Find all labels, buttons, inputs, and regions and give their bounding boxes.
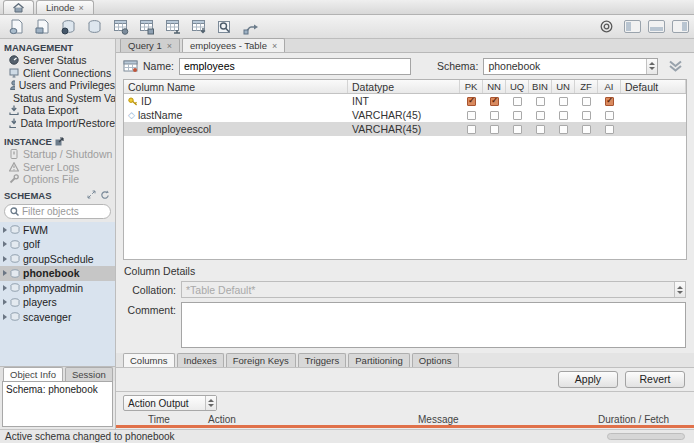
schema-item-phpmyadmin[interactable]: phpmyadmin [0,281,115,296]
connection-tab[interactable]: Linode × [36,0,94,14]
schema-filter-input[interactable] [22,206,100,217]
zf-checkbox[interactable] [582,97,591,106]
stepper-icon[interactable] [205,396,216,410]
comment-textarea[interactable] [181,302,686,348]
alter-table-button[interactable] [135,17,157,37]
expand-arrow-icon[interactable] [3,299,7,305]
sidebar-item-data-import[interactable]: Data Import/Restore [0,117,115,130]
schema-filter[interactable] [4,204,111,219]
sidebar-item-server-logs[interactable]: Server Logs [0,161,115,174]
sidebar-item-status-system-variables[interactable]: Status and System Variables [0,92,115,105]
header-un[interactable]: UN [552,80,575,93]
tab-options[interactable]: Options [412,353,459,367]
toggle-bottom-panel-button[interactable] [648,20,665,33]
stepper-icon[interactable] [646,59,657,74]
header-nn[interactable]: NN [483,80,506,93]
header-action[interactable]: Action [208,414,418,425]
pk-checkbox[interactable] [467,111,476,120]
close-icon[interactable]: × [79,3,84,13]
nn-checkbox[interactable] [490,125,499,134]
header-time[interactable]: Time [148,414,208,425]
expand-panel-icon[interactable] [87,190,96,199]
tab-indexes[interactable]: Indexes [177,353,224,367]
sidebar-item-client-connections[interactable]: Client Connections [0,67,115,80]
tab-foreign-keys[interactable]: Foreign Keys [226,353,296,367]
tab-query-1[interactable]: Query 1 × [120,38,180,52]
apply-button[interactable]: Apply [558,371,618,388]
create-table-button[interactable] [109,17,131,37]
header-duration-fetch[interactable]: Duration / Fetch [598,414,694,425]
header-ai[interactable]: AI [598,80,621,93]
zf-checkbox[interactable] [582,111,591,120]
expand-arrow-icon[interactable] [3,256,7,262]
toggle-right-sidebar-button[interactable] [672,20,689,33]
table-name-input[interactable] [179,58,411,75]
bin-checkbox[interactable] [536,111,545,120]
tab-partitioning[interactable]: Partitioning [348,353,410,367]
revert-button[interactable]: Revert [625,371,685,388]
schema-item-phonebook[interactable]: phonebook [0,266,115,281]
header-column-name[interactable]: Column Name [124,80,348,93]
toggle-left-sidebar-button[interactable] [624,20,641,33]
header-uq[interactable]: UQ [506,80,529,93]
expand-arrow-icon[interactable] [3,270,7,276]
collapse-editor-button[interactable] [663,57,687,75]
sidebar-item-options-file[interactable]: Options File [0,173,115,186]
collation-select[interactable]: *Table Default* [181,281,686,298]
un-checkbox[interactable] [559,125,568,134]
create-schema-button[interactable] [57,17,79,37]
close-icon[interactable]: × [167,41,172,51]
bin-checkbox[interactable] [536,125,545,134]
ai-checkbox[interactable] [605,97,614,106]
table-data-export-button[interactable] [187,17,209,37]
table-maintenance-button[interactable] [161,17,183,37]
status-indicator-button[interactable] [595,17,617,37]
zf-checkbox[interactable] [582,125,591,134]
search-data-button[interactable] [213,17,235,37]
uq-checkbox[interactable] [513,97,522,106]
header-datatype[interactable]: Datatype [348,80,460,93]
expand-arrow-icon[interactable] [3,227,7,233]
ai-checkbox[interactable] [605,111,614,120]
column-row-id[interactable]: ID INT [124,94,686,108]
bin-checkbox[interactable] [536,97,545,106]
action-output-select[interactable]: Action Output [123,395,217,411]
home-tab[interactable] [3,0,34,14]
expand-arrow-icon[interactable] [3,241,7,247]
sidebar-item-startup-shutdown[interactable]: Startup / Shutdown [0,148,115,161]
pk-checkbox[interactable] [467,97,476,106]
reconnect-dbms-button[interactable] [239,17,261,37]
sidebar-item-users-privileges[interactable]: Users and Privileges [0,79,115,92]
expand-arrow-icon[interactable] [3,285,7,291]
tab-object-info[interactable]: Object Info [3,367,63,381]
grid-empty-area[interactable] [124,136,686,259]
header-pk[interactable]: PK [460,80,483,93]
expand-arrow-icon[interactable] [3,314,7,320]
header-zf[interactable]: ZF [575,80,598,93]
pk-checkbox[interactable] [467,125,476,134]
un-checkbox[interactable] [559,111,568,120]
schema-item-fwm[interactable]: FWM [0,223,115,238]
tab-columns[interactable]: Columns [123,353,175,367]
schema-item-players[interactable]: players [0,295,115,310]
schema-select[interactable]: phonebook [483,58,658,75]
column-row-employeescol[interactable]: employeescol VARCHAR(45) [124,122,686,136]
nn-checkbox[interactable] [490,111,499,120]
schema-item-golf[interactable]: golf [0,237,115,252]
un-checkbox[interactable] [559,97,568,106]
new-query-tab-button[interactable] [5,17,27,37]
uq-checkbox[interactable] [513,125,522,134]
column-row-lastname[interactable]: ◇ lastName VARCHAR(45) [124,108,686,122]
schema-item-groupschedule[interactable]: groupSchedule [0,252,115,267]
uq-checkbox[interactable] [513,111,522,120]
close-icon[interactable]: × [272,41,277,51]
nn-checkbox[interactable] [490,97,499,106]
tab-triggers[interactable]: Triggers [298,353,347,367]
open-sql-script-button[interactable] [31,17,53,37]
tab-employees-table[interactable]: employees - Table × [182,38,285,52]
ai-checkbox[interactable] [605,125,614,134]
sidebar-item-data-export[interactable]: Data Export [0,104,115,117]
tab-session[interactable]: Session [65,367,113,381]
header-default[interactable]: Default [621,80,686,93]
header-message[interactable]: Message [418,414,598,425]
